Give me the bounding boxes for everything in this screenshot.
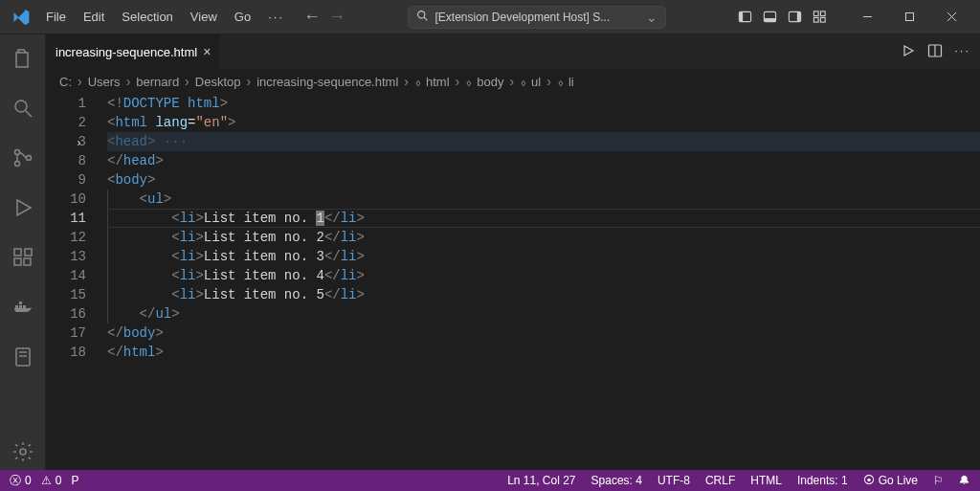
minimize-button[interactable]	[846, 1, 888, 33]
maximize-button[interactable]	[888, 1, 930, 33]
status-feedback-icon[interactable]: ⚐	[933, 474, 944, 487]
toggle-panel-icon[interactable]	[758, 6, 781, 29]
menu-selection[interactable]: Selection	[114, 6, 180, 28]
svg-rect-23	[14, 258, 21, 265]
tab-close-icon[interactable]: ×	[203, 44, 211, 59]
line-number[interactable]: 9	[46, 170, 86, 190]
editor-tab[interactable]: increasing-sequence.html ×	[46, 34, 221, 69]
line-number[interactable]: 10	[46, 190, 86, 209]
status-errors[interactable]: ⓧ0	[10, 473, 32, 489]
breadcrumb-segment[interactable]: increasing-sequence.html	[256, 75, 398, 89]
menu-overflow-icon[interactable]: ···	[260, 6, 292, 28]
status-eol[interactable]: CRLF	[705, 474, 735, 487]
line-number[interactable]: 3›	[46, 132, 86, 151]
breadcrumb-segment[interactable]: bernard	[136, 75, 179, 89]
code-line[interactable]: </ul>	[107, 304, 980, 324]
chevron-right-icon: ›	[546, 74, 551, 89]
status-golive[interactable]: ⦿Go Live	[863, 474, 918, 487]
run-debug-icon[interactable]	[0, 190, 46, 226]
status-lncol[interactable]: Ln 11, Col 27	[507, 474, 575, 487]
line-number[interactable]: 1	[46, 94, 86, 113]
breadcrumb-segment[interactable]: C:	[59, 75, 72, 89]
status-warnings[interactable]: ⚠0	[41, 474, 62, 487]
svg-marker-21	[17, 200, 31, 215]
code-line[interactable]: <html lang="en">	[107, 113, 980, 132]
chevron-right-icon: ›	[246, 74, 251, 89]
menu-file[interactable]: File	[38, 6, 74, 28]
status-spaces[interactable]: Spaces: 4	[591, 474, 642, 487]
extensions-icon[interactable]	[0, 239, 46, 276]
line-number[interactable]: 13	[46, 247, 86, 266]
line-number[interactable]: 16	[46, 304, 86, 324]
command-center-search[interactable]: [Extension Development Host] S... ⌄	[408, 6, 666, 29]
line-number[interactable]: 12	[46, 228, 86, 247]
breadcrumb-symbol[interactable]: ⬨li	[557, 75, 574, 89]
code-line[interactable]: <!DOCTYPE html>	[107, 94, 980, 113]
status-language[interactable]: HTML	[750, 474, 782, 487]
chevron-right-icon: ›	[509, 74, 514, 89]
code-line[interactable]: <ul>	[107, 190, 980, 209]
settings-gear-icon[interactable]	[0, 434, 46, 470]
notebook-icon[interactable]	[0, 339, 46, 375]
breadcrumb-symbol[interactable]: ⬨body	[465, 75, 503, 89]
explorer-icon[interactable]	[0, 40, 46, 77]
code-editor[interactable]: 1 2 3› 8 9 10 11 12 13 14 15 16 17 18 <!…	[46, 94, 980, 470]
status-encoding[interactable]: UTF-8	[657, 474, 690, 487]
search-icon[interactable]	[0, 90, 46, 126]
nav-forward-icon[interactable]: →	[328, 7, 345, 27]
split-editor-icon[interactable]	[927, 43, 943, 61]
customize-layout-icon[interactable]	[808, 6, 831, 29]
breadcrumb-symbol[interactable]: ⬨ul	[520, 75, 541, 89]
chevron-right-icon: ›	[126, 74, 131, 89]
command-center-text: [Extension Development Host] S...	[434, 11, 640, 24]
svg-line-1	[425, 17, 428, 20]
svg-rect-22	[14, 249, 21, 256]
error-icon: ⓧ	[10, 473, 21, 489]
source-control-icon[interactable]	[0, 140, 46, 176]
menu-go[interactable]: Go	[227, 6, 258, 28]
status-indents[interactable]: Indents: 1	[797, 474, 848, 487]
chevron-right-icon: ›	[456, 74, 460, 89]
status-port[interactable]: P	[71, 474, 78, 487]
toggle-primary-sidebar-icon[interactable]	[733, 6, 756, 29]
line-number[interactable]: 17	[46, 324, 86, 343]
line-number[interactable]: 14	[46, 266, 86, 285]
toggle-secondary-sidebar-icon[interactable]	[783, 6, 806, 29]
status-bell-icon[interactable]: 🔔︎	[959, 474, 970, 487]
line-number[interactable]: 15	[46, 285, 86, 304]
more-actions-icon[interactable]: ···	[954, 43, 970, 61]
svg-marker-34	[904, 46, 913, 56]
line-number[interactable]: 18	[46, 343, 86, 362]
svg-point-0	[418, 11, 425, 17]
breadcrumb-segment[interactable]: Users	[88, 75, 121, 89]
code-line[interactable]: </html>	[107, 343, 980, 362]
nav-back-icon[interactable]: ←	[303, 7, 321, 27]
breadcrumb-segment[interactable]: Desktop	[195, 75, 241, 89]
code-line[interactable]: <li>List item no. 3</li>	[107, 247, 980, 266]
code-line[interactable]: </head>	[107, 151, 980, 170]
line-number[interactable]: 11	[46, 209, 86, 228]
line-number[interactable]: 2	[46, 113, 86, 132]
svg-rect-8	[813, 11, 818, 16]
breadcrumbs[interactable]: C:› Users› bernard› Desktop› increasing-…	[46, 69, 980, 94]
line-gutter: 1 2 3› 8 9 10 11 12 13 14 15 16 17 18	[46, 94, 107, 470]
menu-edit[interactable]: Edit	[76, 6, 112, 28]
line-number[interactable]: 8	[46, 151, 86, 170]
chevron-right-icon: ›	[185, 74, 189, 89]
code-line[interactable]: <li>List item no. 1</li>	[107, 209, 980, 228]
code-line[interactable]: </body>	[107, 324, 980, 343]
run-icon[interactable]	[901, 43, 916, 61]
fold-chevron-icon[interactable]: ›	[76, 134, 82, 153]
code-line[interactable]: <head> ···	[107, 132, 980, 151]
close-button[interactable]	[930, 1, 972, 33]
code-line[interactable]: <li>List item no. 2</li>	[107, 228, 980, 247]
code-line[interactable]: <body>	[107, 170, 980, 190]
code-line[interactable]: <li>List item no. 4</li>	[107, 266, 980, 285]
breadcrumb-symbol[interactable]: ⬨html	[414, 75, 450, 89]
docker-icon[interactable]	[0, 289, 46, 325]
code-line[interactable]: <li>List item no. 5</li>	[107, 285, 980, 304]
code-content[interactable]: <!DOCTYPE html> <html lang="en"> <head> …	[107, 94, 980, 470]
menu-view[interactable]: View	[183, 6, 225, 28]
chevron-down-icon[interactable]: ⌄	[646, 10, 657, 25]
svg-rect-11	[820, 17, 825, 22]
